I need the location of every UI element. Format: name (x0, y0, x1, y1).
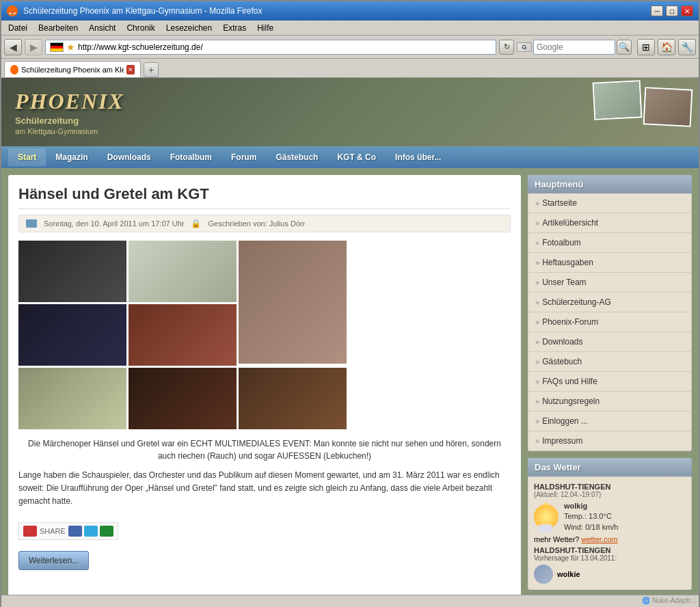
share-icon (23, 526, 37, 537)
site-nav: Start Magazin Downloads Fotoalbum Forum … (1, 146, 699, 168)
sidebar-link-nutzung[interactable]: » Nutzungsregeln (528, 392, 691, 412)
grid-view-button[interactable]: ⊞ (637, 39, 655, 55)
header-photo-placeholder-2 (645, 88, 692, 125)
menu-chronik[interactable]: Chronik (122, 22, 159, 34)
weather-icon (534, 504, 558, 529)
page-content: PHOENIX Schülerzeitung am Klettgau-Gymna… (1, 78, 699, 595)
sidebar-link-faq[interactable]: » FAQs und Hilfe (528, 372, 691, 392)
nav-gaestebuch[interactable]: Gästebuch (266, 148, 327, 166)
arrow-icon-0: » (535, 199, 539, 207)
sidebar-label-4: Unser Team (542, 278, 586, 287)
sidebar-weather-title: Das Wetter (528, 458, 692, 476)
nav-start[interactable]: Start (8, 148, 46, 166)
social-icon-1[interactable] (68, 526, 82, 537)
forward-button[interactable]: ▶ (25, 39, 42, 55)
minimize-button[interactable]: ─ (651, 5, 663, 16)
home-button[interactable]: 🏠 (658, 39, 675, 55)
share-bar: SHARE (18, 522, 118, 540)
address-bar[interactable]: ★ http://www.kgt-schuelerzeitung.de/ (45, 40, 496, 55)
sidebar-link-artikeluebersicht[interactable]: » Artikelübersicht (528, 213, 691, 233)
weather-condition: wolkig (564, 501, 618, 511)
sidebar-link-unserteam[interactable]: » Unser Team (528, 273, 691, 293)
sidebar-label-10: Nutzungsregeln (542, 396, 600, 406)
article-title: Hänsel und Gretel am KGT (18, 185, 511, 209)
menu-extras[interactable]: Extras (219, 22, 250, 34)
share-label: SHARE (40, 527, 66, 535)
sidebar-link-forum[interactable]: » Phoenix-Forum (528, 312, 691, 332)
nav-fotoalbum[interactable]: Fotoalbum (161, 148, 221, 166)
grid-photo-6 (18, 368, 126, 429)
sidebar-weather-box: Das Wetter HALDSHUT-TIENGEN (Aktuell: 12… (528, 458, 692, 590)
grid-photo-1 (18, 241, 126, 302)
social-icon-3[interactable] (100, 526, 113, 537)
watermark-text: 🌀 Nuke-Adaptr... (642, 597, 696, 604)
new-tab-button[interactable]: + (144, 62, 159, 77)
weather-content: HALDSHUT-TIENGEN (Aktuell: 12.04.-19:07)… (528, 476, 692, 590)
search-input[interactable] (533, 40, 615, 55)
website: PHOENIX Schülerzeitung am Klettgau-Gymna… (1, 78, 699, 595)
status-right: 🌀 Nuke-Adaptr... (642, 597, 696, 604)
calendar-icon (26, 219, 37, 228)
menu-datei[interactable]: Datei (4, 22, 31, 34)
grid-photo-8 (239, 368, 347, 429)
sidebar-link-login[interactable]: » Einloggen ... (528, 412, 691, 431)
sidebar-link-gaestebuch[interactable]: » Gästebuch (528, 352, 691, 372)
addon-button[interactable]: 🔧 (678, 39, 696, 55)
menu-hilfe[interactable]: Hilfe (253, 22, 278, 34)
nav-forum[interactable]: Forum (221, 148, 266, 166)
status-bar: 🌀 Nuke-Adaptr... (1, 595, 699, 607)
sidebar-label-6: Phoenix-Forum (542, 317, 598, 327)
arrow-icon-4: » (535, 278, 539, 286)
arrow-icon-5: » (535, 298, 539, 306)
weather-row: wolkig Temp.: 13.0°C Wind: 0/18 km/h (534, 501, 686, 532)
tab-close-button[interactable]: ✕ (126, 65, 135, 75)
site-logo-subtitle1: Schülerzeitung (15, 116, 124, 126)
header-photo-1 (593, 80, 643, 120)
sidebar-label-5: Schülerzeitung-AG (542, 297, 611, 307)
nav-kgt[interactable]: KGT & Co (327, 148, 386, 166)
active-tab[interactable]: Schülerzeitung Phoenix am Klettgau-... ✕ (4, 61, 141, 77)
share-icons (68, 526, 113, 537)
weather-city: HALDSHUT-TIENGEN (534, 483, 686, 491)
menu-bearbeiten[interactable]: Bearbeiten (34, 22, 82, 34)
sidebar-main-menu-title: Hauptmenü (528, 175, 692, 193)
refresh-button[interactable]: ↻ (499, 40, 514, 55)
site-logo-title: PHOENIX (15, 89, 124, 114)
sidebar-link-startseite[interactable]: » Startseite (528, 193, 691, 213)
sidebar-link-fotoalbum[interactable]: » Fotoalbum (528, 233, 691, 253)
arrow-icon-3: » (535, 258, 539, 267)
article-date: Sonntag, den 10. April 2011 um 17:07 Uhr (44, 219, 184, 228)
grid-photo-2 (129, 241, 237, 302)
sidebar-link-heftausgaben[interactable]: » Heftausgaben (528, 253, 691, 273)
sidebar-link-ag[interactable]: » Schülerzeitung-AG (528, 293, 691, 312)
tab-bar: Schülerzeitung Phoenix am Klettgau-... ✕… (1, 59, 699, 78)
photo-grid (18, 241, 347, 429)
social-icon-2[interactable] (84, 526, 98, 537)
back-button[interactable]: ◀ (4, 39, 22, 55)
weather-forecast-condition: wolkie (557, 570, 580, 578)
menu-lesezeichen[interactable]: Lesezeichen (162, 22, 216, 34)
flag-icon (50, 42, 64, 52)
arrow-icon-6: » (535, 318, 539, 326)
grid-photo-4 (18, 304, 126, 366)
grid-photo-3 (239, 241, 347, 364)
maximize-button[interactable]: □ (666, 5, 678, 16)
nav-magazin[interactable]: Magazin (46, 148, 97, 166)
menu-ansicht[interactable]: Ansicht (85, 22, 120, 34)
sidebar-link-impressum[interactable]: » Impressum (528, 431, 691, 450)
weiterlesen-button[interactable]: Weiterlesen... (18, 551, 89, 570)
sidebar-link-downloads[interactable]: » Downloads (528, 332, 691, 352)
nav-infos[interactable]: Infos über... (386, 148, 450, 166)
sidebar-label-1: Artikelübersicht (542, 218, 598, 228)
weather-date: (Aktuell: 12.04.-19:07) (534, 491, 686, 498)
search-button[interactable]: 🔍 (617, 40, 632, 55)
menu-bar: Datei Bearbeiten Ansicht Chronik Lesezei… (1, 21, 699, 36)
lock-icon: 🔒 (191, 219, 201, 228)
nav-downloads[interactable]: Downloads (98, 148, 161, 166)
close-button[interactable]: ✕ (681, 5, 693, 16)
article-summary: Die Märchenoper Hänsel und Gretel war ei… (18, 437, 511, 462)
weather-link[interactable]: wetter.com (582, 535, 618, 543)
url-text[interactable]: http://www.kgt-schuelerzeitung.de/ (78, 42, 203, 52)
weather-forecast-icon (534, 565, 553, 584)
weather-wind: Wind: 0/18 km/h (564, 522, 618, 532)
